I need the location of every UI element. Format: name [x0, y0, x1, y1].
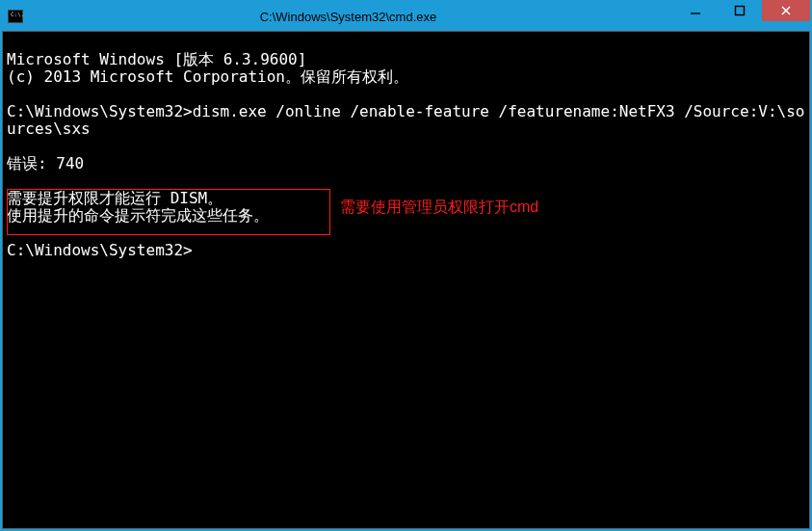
close-button[interactable]	[762, 0, 810, 21]
terminal-output: Microsoft Windows [版本 6.3.9600] (c) 2013…	[7, 34, 805, 259]
maximize-button[interactable]	[718, 0, 762, 21]
window-title: C:\Windows\System32\cmd.exe	[23, 10, 673, 24]
term-line: (c) 2013 Microsoft Corporation。保留所有权利。	[7, 67, 408, 86]
window-controls	[673, 2, 810, 31]
cmd-icon: C:\.	[8, 10, 23, 23]
minimize-button[interactable]	[673, 0, 718, 21]
terminal-area[interactable]: Microsoft Windows [版本 6.3.9600] (c) 2013…	[2, 31, 810, 529]
annotation-text: 需要使用管理员权限打开cmd	[340, 198, 538, 218]
term-line: 使用提升的命令提示符完成这些任务。	[7, 206, 269, 225]
term-line: C:\Windows\System32>dism.exe /online /en…	[7, 102, 804, 138]
svg-rect-1	[736, 7, 745, 15]
term-line: Microsoft Windows [版本 6.3.9600]	[7, 50, 306, 68]
term-line: 错误: 740	[7, 154, 84, 173]
cmd-window: C:\. C:\Windows\System32\cmd.exe Microso…	[2, 2, 810, 529]
titlebar[interactable]: C:\. C:\Windows\System32\cmd.exe	[2, 2, 810, 31]
term-line: C:\Windows\System32>	[7, 241, 193, 259]
term-line: 需要提升权限才能运行 DISM。	[7, 189, 223, 207]
